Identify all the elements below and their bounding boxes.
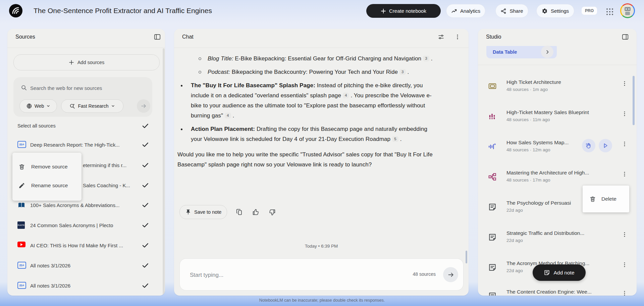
google-apps-icon[interactable] <box>606 8 614 16</box>
search-submit-button[interactable] <box>137 99 150 113</box>
studio-item-row[interactable]: Strategic Traffic and Distribution... 22… <box>478 230 637 250</box>
citation-chip[interactable]: 4 <box>343 93 349 98</box>
chat-more-options-icon[interactable] <box>454 34 461 40</box>
notebooklm-logo-icon[interactable] <box>9 4 22 17</box>
studio-item-meta: 48 sources · 17m ago <box>506 177 550 183</box>
date-separator: Today • 6:39 PM <box>174 244 469 249</box>
studio-item-row[interactable]: High Ticket Architecture 48 sources · 1m… <box>478 79 637 99</box>
source-checkbox[interactable] <box>142 282 150 290</box>
note-add-icon <box>544 269 550 276</box>
source-row[interactable]: AI CEO: THIS is How I'd Make My First ..… <box>7 240 165 251</box>
item-more-options-icon[interactable] <box>622 141 628 147</box>
source-title: 24 Common Sales Acronyms | Plecto <box>30 220 113 231</box>
chat-bullet: The "Buy It For Life Basecamp" Splash Pa… <box>177 81 434 121</box>
analytics-button[interactable]: Analytics <box>446 4 485 18</box>
studio-item-row[interactable]: High-Ticket Mastery Sales Blueprint 48 s… <box>478 109 637 130</box>
carousel-next-button[interactable] <box>541 46 553 58</box>
add-note-button[interactable]: Add note <box>533 264 586 281</box>
account-avatar[interactable] <box>620 3 635 18</box>
bullet-lead: Podcast: <box>208 69 230 75</box>
source-checkbox[interactable] <box>142 161 150 169</box>
studio-item-title: High-Ticket Mastery Sales Blueprint <box>506 109 589 115</box>
source-title: All notes 3/1/2026 <box>30 280 70 292</box>
rename-source-menu-item[interactable]: Rename source <box>12 176 82 195</box>
trash-icon <box>589 196 596 202</box>
pro-badge[interactable]: PRO <box>582 7 597 15</box>
citation-chip[interactable]: 3 <box>423 56 429 61</box>
chat-input[interactable] <box>189 269 378 281</box>
chevron-down-icon <box>46 104 50 108</box>
citation-chip[interactable]: 3 <box>399 69 406 75</box>
copy-icon[interactable] <box>236 208 243 216</box>
source-row[interactable]: 100+ Sales Acronyms & Abbreviations... <box>7 200 165 211</box>
notebook-title[interactable]: The One-Sentence Profit Extractor and AI… <box>34 4 212 17</box>
sources-scrollbar[interactable] <box>163 48 165 296</box>
source-title: AI CEO: THIS is How I'd Make My First ..… <box>30 240 123 251</box>
trending-up-icon <box>451 8 457 14</box>
expand-studio-panel-icon[interactable] <box>622 33 629 41</box>
send-button[interactable] <box>443 267 458 282</box>
source-count-label: 48 sources <box>413 271 436 277</box>
share-icon <box>500 8 506 14</box>
chat-closing-paragraph: Would you like me to help you write the … <box>177 150 434 170</box>
thumbs-up-icon[interactable] <box>252 208 260 216</box>
citation-chip[interactable]: 4 <box>225 113 231 118</box>
source-row[interactable]: m+ All notes 3/1/2026 <box>7 280 165 292</box>
bullet-lead: Blog Title: <box>208 55 233 62</box>
select-all-checkbox[interactable] <box>142 122 150 130</box>
studio-item-row[interactable]: How Sales Systems Map... 48 sources · 12… <box>478 140 637 160</box>
item-more-options-icon[interactable] <box>622 81 628 87</box>
bullet-lead: Action Plan Placement: <box>191 126 255 132</box>
save-to-note-button[interactable]: Save to note <box>179 205 227 219</box>
settings-button[interactable]: Settings <box>536 4 574 18</box>
source-title: All notes 3/1/2026 <box>30 260 70 271</box>
collapse-sources-panel-icon[interactable] <box>154 33 161 41</box>
studio-item-row[interactable]: The Content Creation Engine: Wee... <box>478 289 637 296</box>
source-row[interactable]: PLECTO 24 Common Sales Acronyms | Plecto <box>7 220 165 231</box>
chat-panel-title: Chat <box>182 34 194 40</box>
item-more-options-icon[interactable] <box>622 232 628 238</box>
fast-research-icon <box>69 103 75 109</box>
item-more-options-icon[interactable] <box>622 171 628 177</box>
sources-panel-title: Sources <box>15 34 35 40</box>
web-filter-dropdown[interactable]: Web <box>19 99 57 113</box>
studio-item-meta: 48 sources · 11m ago <box>506 117 550 122</box>
share-label: Share <box>509 8 523 14</box>
source-checkbox[interactable] <box>142 262 150 270</box>
interactive-mode-button[interactable] <box>582 139 595 152</box>
remove-source-menu-item[interactable]: Remove source <box>12 157 82 176</box>
globe-icon <box>26 103 32 109</box>
add-sources-button[interactable]: Add sources <box>13 54 160 70</box>
note-icon <box>488 263 497 272</box>
source-checkbox[interactable] <box>142 221 150 230</box>
source-title: Deep Research Report: The High-Tick... <box>30 139 120 151</box>
chat-scrollbar-thumb[interactable] <box>466 251 467 263</box>
item-more-options-icon[interactable] <box>622 290 628 296</box>
rename-source-label: Rename source <box>31 183 68 189</box>
source-checkbox[interactable] <box>142 201 150 209</box>
item-more-options-icon[interactable] <box>622 111 628 117</box>
note-icon <box>488 233 497 242</box>
delete-menu-item[interactable]: Delete <box>583 186 629 212</box>
remove-source-label: Remove source <box>31 164 68 170</box>
pin-icon <box>185 209 191 215</box>
source-row[interactable]: m+ Deep Research Report: The High-Tick..… <box>7 139 165 151</box>
create-notebook-button[interactable]: Create notebook <box>366 4 441 18</box>
plecto-logo-icon: PLECTO <box>17 221 25 229</box>
source-row[interactable]: m+ All notes 3/1/2026 <box>7 260 165 271</box>
data-table-chip-label: Data Table <box>493 46 517 58</box>
source-checkbox[interactable] <box>142 141 150 149</box>
thumbs-down-icon[interactable] <box>268 208 276 216</box>
settings-label: Settings <box>551 8 569 14</box>
add-sources-label: Add sources <box>77 60 105 65</box>
source-checkbox[interactable] <box>142 242 150 250</box>
studio-item-title: How Sales Systems Map... <box>506 140 569 146</box>
share-button[interactable]: Share <box>495 4 528 18</box>
citation-chip[interactable]: 5 <box>392 136 398 142</box>
search-input[interactable] <box>30 83 142 93</box>
chat-settings-icon[interactable] <box>438 34 444 40</box>
source-checkbox[interactable] <box>142 182 150 190</box>
research-mode-dropdown[interactable]: Fast Research <box>61 99 123 113</box>
play-button[interactable] <box>599 139 612 152</box>
item-more-options-icon[interactable] <box>622 262 628 268</box>
